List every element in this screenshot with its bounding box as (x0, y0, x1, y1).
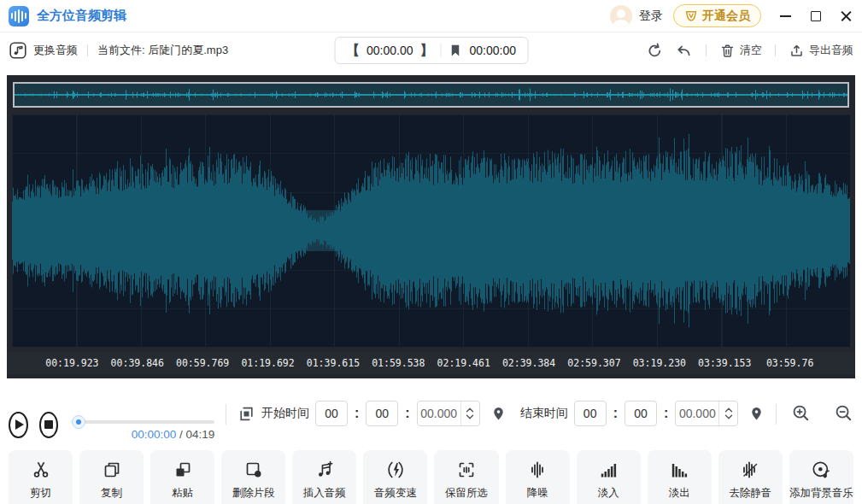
stop-button[interactable] (39, 412, 59, 438)
action-label: 删除片段 (232, 486, 275, 501)
zoom-out-icon[interactable] (834, 403, 853, 423)
action-cut-button[interactable]: 剪切 (9, 450, 73, 504)
clear-label: 清空 (740, 43, 762, 58)
chevron-down-icon[interactable] (724, 414, 733, 419)
start-pin-icon[interactable] (490, 405, 507, 422)
time-separator: / (176, 428, 185, 441)
action-label: 保留所选 (445, 486, 488, 501)
colon: : (664, 406, 668, 421)
divider (226, 404, 226, 425)
remove-silence-icon (739, 460, 761, 480)
divider (87, 44, 88, 56)
change-audio-button[interactable]: 更换音频 (9, 41, 78, 60)
app-title: 全方位音频剪辑 (37, 8, 126, 24)
start-time-label: 开始时间 (261, 406, 309, 421)
seek-track[interactable] (72, 420, 214, 424)
colon: : (355, 406, 359, 421)
action-remove-silence-button[interactable]: 去除静音 (718, 450, 783, 504)
start-time-group: 开始时间 : : (237, 401, 507, 426)
action-delete-segment-button[interactable]: 删除片段 (221, 450, 285, 504)
end-time-group: 结束时间 : : (520, 401, 765, 426)
action-insert-audio-button[interactable]: 插入音频 (292, 450, 356, 504)
waveform-panel: 00:19.92300:39.84600:59.76901:19.69201:3… (7, 75, 855, 378)
keep-selection-icon (455, 460, 478, 480)
time-readout: 00:00:00 / 04:19 (132, 428, 215, 441)
chevron-down-icon[interactable] (466, 414, 474, 419)
timeline-timestamp: 03:39.153 (698, 357, 751, 369)
seek-handle[interactable] (72, 415, 85, 429)
action-label: 插入音频 (303, 486, 346, 501)
seek-slider[interactable]: 00:00:00 / 04:19 (72, 409, 214, 440)
select-region-icon[interactable] (237, 405, 255, 423)
vip-label: 开通会员 (702, 9, 750, 24)
start-ms-box (417, 401, 480, 426)
insert-audio-icon (314, 460, 336, 480)
divider (441, 44, 442, 57)
action-denoise-button[interactable]: 降噪 (506, 450, 570, 504)
timeline-timestamp: 03:59.76 (766, 357, 813, 369)
timeline-timestamp: 01:39.615 (307, 357, 360, 369)
start-minute-input[interactable] (366, 401, 398, 426)
login-button[interactable]: 登录 (639, 9, 663, 24)
close-icon[interactable] (841, 10, 852, 21)
delete-segment-icon (243, 460, 265, 480)
action-fade-in-button[interactable]: 淡入 (577, 450, 641, 504)
bracket-left-icon[interactable]: 【 (346, 44, 360, 57)
action-fade-out-button[interactable]: 淡出 (648, 450, 712, 504)
timeline-timestamp: 01:19.692 (241, 357, 294, 369)
action-label: 剪切 (30, 486, 51, 501)
end-ms-input[interactable] (676, 407, 718, 420)
current-time: 00:00:00 (132, 428, 177, 441)
fade-in-icon (597, 460, 619, 480)
start-hour-input[interactable] (315, 401, 348, 426)
waveform-view[interactable] (12, 114, 850, 347)
timeline-timestamp: 00:59.769 (176, 357, 229, 369)
undo-icon[interactable] (675, 42, 693, 60)
action-keep-selection-button[interactable]: 保留所选 (434, 450, 498, 504)
start-ms-stepper[interactable] (460, 401, 479, 425)
action-bar: 剪切复制粘贴删除片段插入音频音频变速保留所选降噪淡入淡出去除静音添加背景音乐 (0, 450, 862, 504)
colon: : (405, 406, 409, 421)
action-paste-button[interactable]: 粘贴 (150, 450, 214, 504)
zoom-in-icon[interactable] (791, 403, 811, 423)
chevron-up-icon[interactable] (724, 407, 733, 413)
minimize-icon[interactable] (780, 15, 791, 17)
redo-icon[interactable] (646, 42, 664, 60)
speed-icon (384, 460, 407, 480)
fade-out-icon (668, 460, 690, 480)
action-label: 淡入 (598, 486, 619, 501)
start-ms-input[interactable] (418, 407, 460, 420)
end-minute-input[interactable] (625, 401, 657, 426)
timeline-timestamp: 00:39.846 (111, 357, 164, 369)
toolbar: 更换音频 当前文件: 后陡门的夏.mp3 【 00:00.00 】 00:00:… (0, 32, 862, 68)
end-pin-icon[interactable] (748, 405, 765, 422)
user-avatar[interactable] (610, 5, 632, 27)
main-waveform (12, 114, 850, 347)
chevron-up-icon[interactable] (466, 407, 474, 413)
end-hour-input[interactable] (574, 401, 607, 426)
paste-icon (172, 460, 194, 480)
transport-bar: 00:00:00 / 04:19 开始时间 : : 结束时间 : : (0, 378, 862, 448)
bookmark-icon[interactable] (449, 43, 463, 58)
timeline-timestamp: 03:19.230 (633, 357, 686, 369)
action-bg-music-button[interactable]: 添加背景音乐 (789, 450, 853, 504)
end-ms-stepper[interactable] (718, 401, 737, 425)
clear-button[interactable]: 清空 (719, 43, 762, 59)
maximize-icon[interactable] (811, 11, 821, 21)
export-icon (789, 43, 805, 59)
vip-button[interactable]: 开通会员 (673, 4, 761, 27)
vip-badge-icon (684, 9, 698, 23)
export-audio-button[interactable]: 导出音频 (789, 43, 853, 59)
bg-music-icon (810, 460, 832, 480)
action-label: 音频变速 (374, 486, 417, 501)
action-speed-button[interactable]: 音频变速 (363, 450, 427, 504)
action-copy-button[interactable]: 复制 (79, 450, 144, 504)
play-icon (15, 419, 24, 430)
bracket-right-icon[interactable]: 】 (420, 44, 434, 57)
waveform-overview[interactable] (13, 82, 849, 108)
action-label: 去除静音 (729, 486, 771, 501)
play-button[interactable] (9, 412, 28, 438)
total-time: 04:19 (186, 428, 215, 441)
music-note-icon (9, 41, 27, 60)
copy-icon (101, 460, 123, 480)
